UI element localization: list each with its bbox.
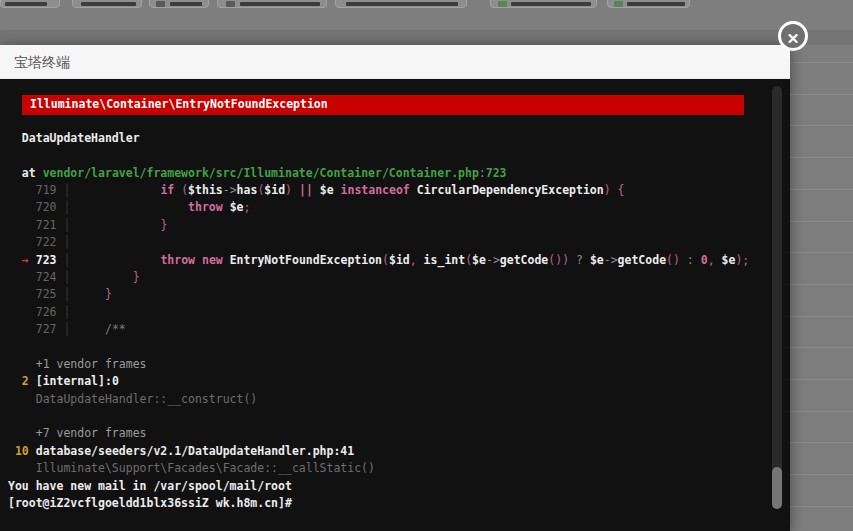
table-row-divider [790, 94, 853, 95]
toolbar-button-label [511, 2, 591, 6]
table-row-divider [790, 125, 853, 126]
table-row-divider [790, 474, 853, 475]
toolbar-button-label [240, 2, 320, 6]
toolbar-button[interactable] [335, 0, 467, 8]
table-row-divider [790, 411, 853, 412]
table-row-divider [790, 221, 853, 222]
table-row-divider [790, 189, 853, 190]
background-table-rows [790, 0, 853, 531]
toolbar-button-label [346, 2, 458, 6]
toolbar-button[interactable] [0, 0, 60, 8]
table-row-divider [790, 347, 853, 348]
toolbar-button-label [170, 2, 202, 6]
terminal-modal: ✕ 宝塔终端 Illuminate\Container\EntryNotFoun… [0, 45, 790, 531]
table-row-divider [790, 252, 853, 253]
toolbar-button[interactable] [72, 0, 142, 8]
table-row-divider [790, 442, 853, 443]
green-toolbar-icon [498, 1, 507, 7]
gray-toolbar-icon [226, 1, 235, 7]
table-row-divider [790, 284, 853, 285]
terminal-output: Illuminate\Container\EntryNotFoundExcept… [0, 79, 749, 512]
green-toolbar-icon [614, 1, 623, 7]
gray-toolbar-icon [156, 1, 165, 7]
page-header-band [0, 30, 853, 45]
terminal-scrollbar-track[interactable] [772, 86, 782, 509]
table-row-divider [790, 316, 853, 317]
terminal-scrollbar-thumb[interactable] [772, 467, 782, 509]
toolbar-button-label [5, 2, 47, 6]
toolbar-button[interactable] [217, 0, 327, 8]
table-row-divider [790, 157, 853, 158]
toolbar-button[interactable] [149, 0, 209, 8]
table-row-divider [790, 379, 853, 380]
table-row-divider [790, 62, 853, 63]
toolbar-button[interactable] [607, 0, 690, 8]
close-icon[interactable]: ✕ [778, 21, 808, 51]
table-row-divider [790, 506, 853, 507]
terminal-panel[interactable]: Illuminate\Container\EntryNotFoundExcept… [0, 79, 790, 530]
toolbar [0, 0, 853, 9]
modal-title: 宝塔终端 [0, 45, 790, 79]
toolbar-button[interactable] [490, 0, 597, 8]
toolbar-button-label [81, 2, 136, 6]
toolbar-button-label [627, 2, 685, 6]
